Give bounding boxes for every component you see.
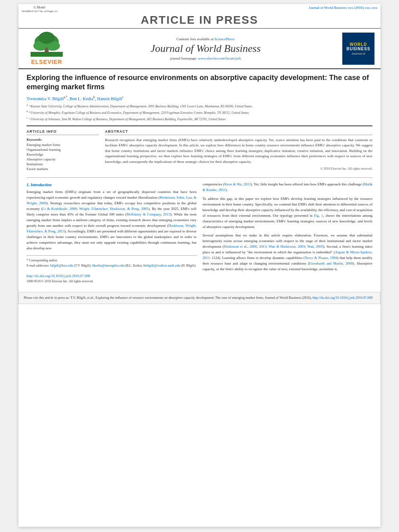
elsevier-tree-icon bbox=[29, 32, 65, 58]
article-page: G Model WORBUS 817 No. of Pages 13 Journ… bbox=[19, 4, 380, 527]
elsevier-text: ELSEVIER bbox=[31, 59, 62, 65]
journal-ref-top: Journal of World Business xxx (2016) xxx… bbox=[309, 6, 377, 10]
ref-wright-2005: Wright, Filatotchev, Hoskisson, & Peng, … bbox=[79, 207, 148, 211]
footnote-section: * Corresponding author. E-mail addresses… bbox=[27, 255, 197, 269]
article-info-abstract-row: ARTICLE INFO Keywords: Emerging market f… bbox=[27, 125, 372, 172]
ref-wan-hoskisson: Wan & Hoskisson, 2003 bbox=[269, 244, 305, 249]
doi-link[interactable]: http://dx.doi.org/10.1016/j.jwb.2016.07.… bbox=[27, 274, 90, 278]
right-para-1: competencies (Keen & Wu, 2011). Yet, lit… bbox=[203, 182, 373, 193]
email-hbilgili[interactable]: hbilgili@walton.uark.edu bbox=[143, 263, 180, 267]
abstract-text: Research recognizes that emerging market… bbox=[105, 138, 372, 165]
issn-text: 1090-9516/© 2016 Elsevier Inc. All right… bbox=[27, 279, 197, 284]
ref-hoskisson-2013: Hoskisson, Wright, Filatotchev, & Peng, … bbox=[27, 224, 197, 233]
keyword-2: Organizational learning bbox=[27, 148, 99, 152]
email-note: E-mail addresses: bilgili@ksu.edu (T.V. … bbox=[27, 263, 197, 269]
wb-business-text: BUSINESS bbox=[346, 47, 370, 51]
banner-top-row: G Model WORBUS 817 No. of Pages 13 Journ… bbox=[19, 6, 380, 13]
authors-line: Tsvetomira V. Bilgilia,*, Ben L. Kediab,… bbox=[27, 95, 372, 101]
svg-point-6 bbox=[45, 47, 48, 50]
affiliations: a ᵃ Kansas State University, College of … bbox=[27, 103, 372, 121]
wb-journal-label: Journal of bbox=[352, 52, 365, 55]
intro-para-1: Emerging market firms (EMFs) originate f… bbox=[27, 189, 197, 251]
footer-cite-box: Please cite this article in press as: T.… bbox=[19, 292, 380, 304]
email-kedia[interactable]: bkedia@memphis.edu bbox=[92, 263, 125, 267]
affiliation-b: b ᵇ University of Memphis, Fogelman Coll… bbox=[27, 109, 372, 115]
author-bilgili: Tsvetomira V. Bilgili bbox=[27, 96, 64, 101]
abstract-panel: ABSTRACT Research recognizes that emergi… bbox=[105, 129, 372, 172]
author-kedia: Ben L. Kedia bbox=[70, 96, 93, 101]
author-hbilgili: Hansin Bilgili bbox=[97, 96, 122, 101]
article-info-heading: ARTICLE INFO bbox=[27, 129, 99, 135]
copyright-line: © 2016 Elsevier Inc. All rights reserved… bbox=[105, 167, 372, 170]
svg-point-5 bbox=[39, 32, 55, 44]
keyword-3: Knowledge bbox=[27, 152, 99, 156]
ref-hoskisson-2000: Hoskisson, Eden, Lau, & Wright, 2000 bbox=[27, 195, 197, 205]
elsevier-logo: ELSEVIER bbox=[23, 32, 71, 65]
article-info-panel: ARTICLE INFO Keywords: Emerging market f… bbox=[27, 129, 99, 172]
keyword-6: Factor markets bbox=[27, 167, 99, 171]
right-column: competencies (Keen & Wu, 2011). Yet, lit… bbox=[203, 182, 373, 284]
wb-logo-box: WORLD BUSINESS Journal of bbox=[342, 33, 374, 65]
keyword-5: Institutions bbox=[27, 162, 99, 166]
article-body: Exploring the influence of resource envi… bbox=[19, 69, 380, 288]
ref-teece: Teece & Pisano, 1994 bbox=[305, 256, 337, 260]
svg-rect-0 bbox=[31, 52, 63, 57]
world-business-logo: WORLD BUSINESS Journal of bbox=[340, 32, 376, 65]
g-model-label: G Model WORBUS 817 No. of Pages 13 bbox=[22, 6, 58, 13]
keyword-1: Emerging market firms bbox=[27, 143, 99, 147]
journal-homepage-line: journal homepage: www.elsevier.com/locat… bbox=[75, 56, 336, 60]
ref-keen-wu: Keen & Wu, 2011 bbox=[224, 182, 251, 186]
contents-line: Contents lists available at ScienceDirec… bbox=[75, 37, 336, 41]
article-title: Exploring the influence of resource envi… bbox=[27, 73, 372, 92]
ref-mckinsey: McKinsey & Company, 2013 bbox=[127, 212, 171, 216]
top-banner: G Model WORBUS 817 No. of Pages 13 Journ… bbox=[19, 4, 380, 29]
keyword-4: Absorptive capacity bbox=[27, 157, 99, 161]
ref-li-kozhikode: Li & Kozhikode, 2008 bbox=[43, 207, 77, 211]
ref-argote: Argote & Miron-Spektor, 2011 bbox=[203, 250, 373, 260]
affiliation-c: c ᶜ University of Arkansas, Sam M. Walto… bbox=[27, 116, 372, 121]
article-in-press-title: ARTICLE IN PRESS bbox=[19, 13, 380, 27]
journal-header-center: Contents lists available at ScienceDirec… bbox=[75, 32, 336, 65]
email-bilgili[interactable]: bilgili@ksu.edu bbox=[50, 263, 74, 267]
main-content: 1. Introduction Emerging market firms (E… bbox=[27, 177, 372, 284]
footer-doi-link[interactable]: http://dx.doi.org/10.1016/j.jwb.2016.07.… bbox=[313, 296, 372, 300]
ref-hoskisson-multi: Hoskisson et al., 2000, 2013 bbox=[224, 244, 266, 249]
left-column: 1. Introduction Emerging market firms (E… bbox=[27, 182, 197, 284]
journal-header: ELSEVIER Contents lists available at Sci… bbox=[19, 29, 380, 69]
right-para-2: To address this gap, in this paper we ex… bbox=[203, 196, 373, 230]
affiliation-a: a ᵃ Kansas State University, College of … bbox=[27, 103, 372, 109]
journal-title-display: Journal of World Business bbox=[75, 43, 336, 55]
ref-eisenhardt: Eisenhardt and Martin, 2000 bbox=[309, 261, 353, 265]
abstract-heading: ABSTRACT bbox=[105, 129, 372, 135]
homepage-link[interactable]: www.elsevier.com/locate/jwb bbox=[198, 56, 241, 60]
corresponding-author-note: * Corresponding author. bbox=[27, 258, 197, 263]
keywords-label: Keywords: bbox=[27, 138, 99, 142]
intro-heading: 1. Introduction bbox=[27, 182, 197, 188]
right-para-3: Several assumptions that we make in this… bbox=[203, 233, 373, 272]
ref-wan-2005: Wan, 2005 bbox=[307, 244, 323, 249]
sciencedirect-link[interactable]: ScienceDirect bbox=[214, 37, 234, 41]
ref-fig1: Fig. 1 bbox=[314, 214, 323, 218]
doi-section: http://dx.doi.org/10.1016/j.jwb.2016.07.… bbox=[27, 272, 197, 284]
wb-world-text: WORLD bbox=[350, 42, 367, 47]
